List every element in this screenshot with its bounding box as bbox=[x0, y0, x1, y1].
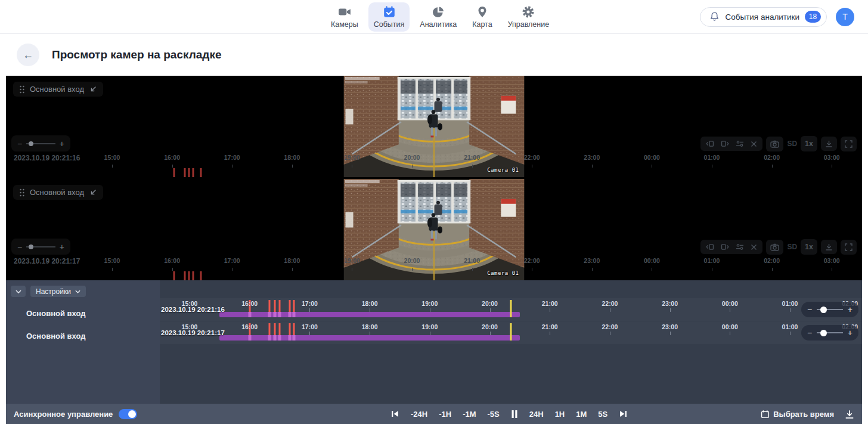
camera-timeline[interactable]: 2023.10.19 20:21:17 15:0016:0017:0018:00… bbox=[6, 256, 862, 280]
event-on-bar bbox=[278, 335, 281, 341]
download-button[interactable] bbox=[821, 240, 837, 254]
camera-timestamp: 2023.10.19 20:21:16 bbox=[14, 154, 80, 162]
fullscreen-button[interactable] bbox=[841, 137, 857, 151]
quality-button[interactable]: SD bbox=[787, 243, 797, 251]
step-fwd-24h-button[interactable]: 24H bbox=[529, 410, 544, 419]
settings-label: Настройки bbox=[36, 287, 71, 296]
zoom-out-icon[interactable]: − bbox=[17, 242, 22, 252]
chevron-down-icon bbox=[75, 290, 80, 293]
download-button[interactable] bbox=[821, 137, 837, 151]
timeline-track[interactable]: 2023.10.19 20:21:17 15:0016:0017:0018:00… bbox=[160, 321, 862, 344]
zoom-slider[interactable] bbox=[26, 143, 55, 144]
drag-handle-icon[interactable] bbox=[20, 188, 24, 197]
timeline-track[interactable]: 2023.10.19 20:21:16 15:0016:0017:0018:00… bbox=[160, 298, 862, 321]
zoom-in-icon[interactable]: + bbox=[848, 305, 852, 314]
hour-label: 02:00 bbox=[764, 154, 780, 161]
skip-to-start-icon[interactable] bbox=[390, 410, 399, 418]
async-toggle[interactable] bbox=[119, 409, 137, 419]
nav-tab-management[interactable]: Управление bbox=[503, 2, 555, 32]
recording-bar[interactable] bbox=[219, 312, 520, 317]
hour-tick bbox=[592, 165, 593, 168]
zoom-in-icon[interactable]: + bbox=[60, 242, 64, 252]
step-fwd-5s-button[interactable]: 5S bbox=[598, 410, 607, 419]
camera-snapshot-icon bbox=[770, 243, 779, 251]
timeline-zoom-control[interactable]: − + bbox=[801, 302, 858, 317]
zoom-out-icon[interactable]: − bbox=[17, 139, 22, 148]
top-navigation: Камеры События Аналитика Карта bbox=[0, 0, 868, 34]
hour-label: 20:00 bbox=[482, 323, 498, 330]
hour-label: 01:00 bbox=[704, 257, 720, 264]
timeline-zoom-handle[interactable] bbox=[820, 330, 827, 336]
camera-zoom-control[interactable]: − + bbox=[11, 135, 70, 151]
nav-tab-cameras[interactable]: Камеры bbox=[326, 2, 364, 32]
timeline-zoom-handle[interactable] bbox=[820, 307, 827, 313]
zoom-in-icon[interactable]: + bbox=[848, 328, 852, 338]
drag-handle-icon[interactable] bbox=[20, 85, 24, 94]
export-download-button[interactable] bbox=[845, 404, 854, 424]
speed-button[interactable]: 1x bbox=[801, 136, 817, 151]
back-button[interactable]: ← bbox=[17, 44, 39, 66]
speed-button[interactable]: 1x bbox=[801, 239, 817, 255]
snapshot-button[interactable] bbox=[766, 137, 783, 151]
prev-bookmark-icon[interactable] bbox=[706, 140, 714, 147]
pause-icon[interactable] bbox=[511, 410, 518, 419]
nav-tab-map[interactable]: Карта bbox=[467, 2, 497, 32]
collapse-arrow-icon[interactable] bbox=[89, 86, 97, 93]
step-back-5s-button[interactable]: -5S bbox=[488, 410, 500, 419]
step-fwd-1h-button[interactable]: 1H bbox=[555, 410, 565, 419]
zoom-slider[interactable] bbox=[26, 246, 55, 247]
zoom-out-icon[interactable]: − bbox=[807, 328, 812, 338]
step-back-1h-button[interactable]: -1H bbox=[439, 410, 451, 419]
skip-to-end-icon[interactable] bbox=[619, 410, 628, 418]
fullscreen-button[interactable] bbox=[841, 240, 857, 255]
camera-name-pill[interactable]: Основной вход bbox=[13, 82, 103, 97]
playhead-marker[interactable] bbox=[510, 300, 512, 317]
zoom-out-icon[interactable]: − bbox=[807, 305, 812, 314]
timeline-zoom-control[interactable]: − + bbox=[801, 325, 858, 341]
close-icon[interactable] bbox=[751, 141, 757, 147]
analytics-events-button[interactable]: События аналитики 18 bbox=[700, 7, 827, 27]
recording-bar[interactable] bbox=[219, 335, 520, 341]
next-bookmark-icon[interactable] bbox=[721, 243, 729, 250]
filter-sliders-icon[interactable] bbox=[736, 243, 744, 250]
fullscreen-icon bbox=[845, 140, 852, 148]
step-back-24h-button[interactable]: -24H bbox=[411, 410, 427, 419]
camera-timeline[interactable]: 2023.10.19 20:21:16 15:0016:0017:0018:00… bbox=[6, 153, 862, 177]
zoom-slider-handle[interactable] bbox=[29, 245, 33, 249]
filter-sliders-icon[interactable] bbox=[736, 140, 744, 147]
nav-tab-label: Аналитика bbox=[420, 20, 457, 29]
prev-bookmark-icon[interactable] bbox=[706, 243, 714, 250]
collapse-arrow-icon[interactable] bbox=[89, 189, 97, 196]
step-back-1m-button[interactable]: -1M bbox=[463, 410, 476, 419]
event-marker bbox=[293, 323, 294, 335]
nav-tab-analytics[interactable]: Аналитика bbox=[414, 2, 462, 32]
timeline-zoom-slider[interactable] bbox=[817, 309, 843, 310]
user-avatar[interactable]: T bbox=[836, 8, 854, 26]
hour-tick bbox=[472, 165, 473, 168]
select-time-button[interactable]: Выбрать время bbox=[761, 404, 834, 424]
settings-button[interactable]: Настройки bbox=[30, 286, 86, 297]
step-fwd-1m-button[interactable]: 1M bbox=[576, 410, 587, 419]
next-bookmark-icon[interactable] bbox=[721, 140, 729, 147]
close-icon[interactable] bbox=[751, 244, 757, 250]
zoom-in-icon[interactable]: + bbox=[60, 139, 64, 148]
hour-tick bbox=[472, 268, 473, 271]
nav-tab-events[interactable]: События bbox=[368, 2, 410, 32]
timeline-zoom-slider[interactable] bbox=[817, 332, 843, 333]
hour-tick bbox=[832, 165, 832, 168]
snapshot-button[interactable] bbox=[766, 240, 783, 255]
event-marker bbox=[192, 168, 194, 177]
timeline-timestamp: 2023.10.19 20:21:16 bbox=[161, 306, 225, 313]
playback-controls-bar: Асинхронное управление -24H -1H -1M -5S … bbox=[6, 404, 862, 424]
camera-zoom-control[interactable]: − + bbox=[11, 239, 70, 255]
hour-label: 23:00 bbox=[584, 257, 600, 264]
quality-button[interactable]: SD bbox=[787, 140, 797, 148]
hour-label: 22:00 bbox=[602, 323, 618, 330]
playhead-marker[interactable] bbox=[510, 323, 512, 341]
hour-tick bbox=[670, 332, 671, 335]
hour-label: 16:00 bbox=[241, 300, 258, 307]
camera-name-pill[interactable]: Основной вход bbox=[13, 185, 103, 200]
collapse-panel-button[interactable] bbox=[11, 286, 26, 297]
playback-buttons: -24H -1H -1M -5S 24H 1H 1M 5S bbox=[390, 404, 628, 424]
zoom-slider-handle[interactable] bbox=[29, 141, 33, 146]
